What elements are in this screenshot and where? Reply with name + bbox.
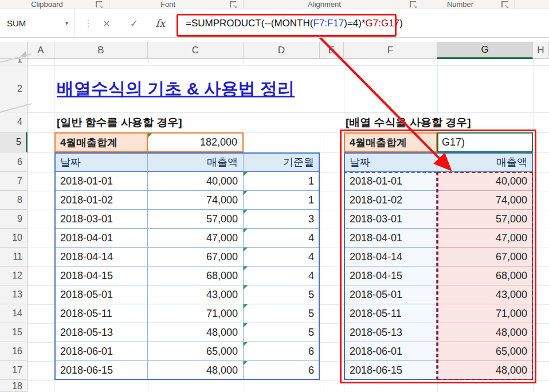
cell-date-right[interactable]: 2018-05-13 <box>344 323 437 342</box>
cell-month[interactable]: 3 <box>244 210 320 229</box>
cell-date-left[interactable]: 2018-06-15 <box>54 361 148 380</box>
cell-amount-left[interactable]: 47,000 <box>148 229 244 248</box>
cell-month[interactable]: 5 <box>244 304 320 323</box>
cell-amount-right[interactable]: 74,000 <box>437 191 533 210</box>
cell-amount-right[interactable]: 47,000 <box>437 229 533 248</box>
cancel-button[interactable]: × <box>96 9 117 37</box>
cell-date-right[interactable]: 2018-05-11 <box>344 304 437 323</box>
table-header-date-right[interactable]: 날짜 <box>344 152 437 172</box>
row-header-9[interactable]: 9 <box>0 210 28 229</box>
column-header-F[interactable]: F <box>344 42 437 59</box>
cell-amount-right[interactable]: 67,000 <box>437 248 533 266</box>
row-header-6[interactable]: 6 <box>0 152 28 172</box>
cell-month[interactable]: 6 <box>244 342 320 361</box>
row-header-12[interactable]: 12 <box>0 266 28 285</box>
cell-month[interactable]: 5 <box>244 323 320 342</box>
row-header-15[interactable]: 15 <box>0 323 28 342</box>
cell-date-left[interactable]: 2018-05-13 <box>54 323 148 342</box>
row-header-16[interactable]: 16 <box>0 342 28 361</box>
column-header-D[interactable]: D <box>244 42 320 59</box>
table-header-amount-left[interactable]: 매출액 <box>148 152 244 172</box>
cell-date-left[interactable]: 2018-01-02 <box>54 191 148 210</box>
cell-amount-left[interactable]: 43,000 <box>148 285 244 304</box>
row-header-5[interactable]: 5 <box>0 132 28 152</box>
cell-amount-left[interactable]: 67,000 <box>148 248 244 266</box>
cell-date-right[interactable]: 2018-04-14 <box>344 248 437 266</box>
cell-date-left[interactable]: 2018-01-01 <box>54 172 148 191</box>
cell-amount-right[interactable]: 57,000 <box>437 210 533 229</box>
cell-month[interactable]: 4 <box>244 248 320 266</box>
row-header-18[interactable]: 18 <box>0 380 28 392</box>
cell-amount-left[interactable]: 48,000 <box>148 323 244 342</box>
insert-function-button[interactable]: fx <box>150 9 171 37</box>
row-header-13[interactable]: 13 <box>0 285 28 304</box>
dialog-launcher-icon[interactable]: ↘ <box>230 1 236 7</box>
row-header-10[interactable]: 10 <box>0 229 28 248</box>
cell-amount-right[interactable]: 65,000 <box>437 342 533 361</box>
column-header-C[interactable]: C <box>148 42 244 59</box>
cell-amount-left[interactable]: 48,000 <box>148 361 244 380</box>
cell-month[interactable]: 4 <box>244 266 320 285</box>
cell-date-left[interactable]: 2018-04-14 <box>54 248 148 266</box>
row-header-11[interactable]: 11 <box>0 248 28 266</box>
cell-amount-right[interactable]: 68,000 <box>437 266 533 285</box>
cell-amount-right[interactable]: 40,000 <box>437 172 533 191</box>
cell-amount-left[interactable]: 68,000 <box>148 266 244 285</box>
cell-date-right[interactable]: 2018-05-01 <box>344 285 437 304</box>
cell-amount-right[interactable]: 43,000 <box>437 285 533 304</box>
dialog-launcher-icon[interactable]: ↘ <box>96 1 102 7</box>
row-header-17[interactable]: 17 <box>0 361 28 380</box>
cell-amount-left[interactable]: 71,000 <box>148 304 244 323</box>
table-header-amount-right[interactable]: 매출액 <box>437 152 533 172</box>
cell-date-left[interactable]: 2018-04-15 <box>54 266 148 285</box>
cell-date-right[interactable]: 2018-01-01 <box>344 172 437 191</box>
name-box[interactable]: SUM ▾ <box>0 9 74 37</box>
summary-label-cell-left[interactable]: 4월매출합계 <box>54 132 148 152</box>
right-section-label[interactable]: [배열 수식을 사용할 경우] <box>346 112 471 132</box>
summary-value-cell[interactable]: 182,000 <box>148 132 244 152</box>
column-header-H[interactable]: H <box>533 42 549 59</box>
cell-date-left[interactable]: 2018-06-01 <box>54 342 148 361</box>
cell-date-right[interactable]: 2018-04-15 <box>344 266 437 285</box>
cell-amount-right[interactable]: 48,000 <box>437 323 533 342</box>
cell-amount-left[interactable]: 40,000 <box>148 172 244 191</box>
cell-amount-left[interactable]: 65,000 <box>148 342 244 361</box>
cell-date-left[interactable]: 2018-05-01 <box>54 285 148 304</box>
column-header-G[interactable]: G <box>437 42 533 59</box>
summary-label-cell-right[interactable]: 4월매출합계 <box>344 132 437 152</box>
row-header-8[interactable]: 8 <box>0 191 28 210</box>
cell-amount-right[interactable]: 48,000 <box>437 361 533 380</box>
left-section-label[interactable]: [일반 함수를 사용할 경우] <box>57 112 182 132</box>
column-header-E[interactable]: E <box>320 42 344 59</box>
cell-amount-left[interactable]: 74,000 <box>148 191 244 210</box>
cell-date-right[interactable]: 2018-06-15 <box>344 361 437 380</box>
cell-date-right[interactable]: 2018-01-02 <box>344 191 437 210</box>
dialog-launcher-icon[interactable]: ↘ <box>410 1 416 7</box>
cell-month[interactable]: 6 <box>244 361 320 380</box>
cell-month[interactable]: 4 <box>244 229 320 248</box>
column-header-A[interactable]: A <box>28 42 54 59</box>
dialog-launcher-icon[interactable]: ↘ <box>501 1 508 7</box>
cell-amount-left[interactable]: 57,000 <box>148 210 244 229</box>
cell-date-left[interactable]: 2018-04-01 <box>54 229 148 248</box>
enter-button[interactable]: ✓ <box>124 9 144 37</box>
cell-date-right[interactable]: 2018-04-01 <box>344 229 437 248</box>
formula-input[interactable]: =SUMPRODUCT(--(MONTH(F7:F17)=4)*G7:G17) <box>186 9 403 37</box>
editing-cell-G5[interactable]: G17) <box>437 132 533 152</box>
cell-amount-right[interactable]: 71,000 <box>437 304 533 323</box>
cell-date-left[interactable]: 2018-03-01 <box>54 210 148 229</box>
table-header-date-left[interactable]: 날짜 <box>54 152 148 172</box>
sheet-title[interactable]: 배열수식의 기초 & 사용법 정리 <box>57 65 295 112</box>
cell-date-right[interactable]: 2018-03-01 <box>344 210 437 229</box>
cell-date-right[interactable]: 2018-06-01 <box>344 342 437 361</box>
row-header-4[interactable]: 4 <box>0 112 28 132</box>
cell-month[interactable]: 1 <box>244 172 320 191</box>
row-header-14[interactable]: 14 <box>0 304 28 323</box>
column-header-B[interactable]: B <box>54 42 148 59</box>
row-header-7[interactable]: 7 <box>0 172 28 191</box>
cell-month[interactable]: 1 <box>244 191 320 210</box>
chevron-down-icon[interactable]: ▾ <box>65 20 68 26</box>
cell-date-left[interactable]: 2018-05-11 <box>54 304 148 323</box>
table-header-month[interactable]: 기준월 <box>244 152 320 172</box>
cell-month[interactable]: 5 <box>244 285 320 304</box>
